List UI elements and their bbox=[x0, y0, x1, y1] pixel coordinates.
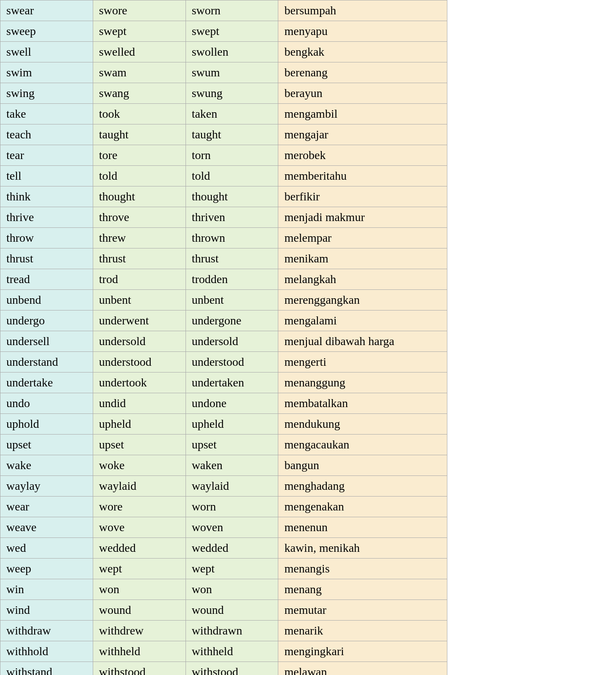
base-form: tell bbox=[0, 166, 93, 186]
past-tense: threw bbox=[93, 228, 186, 248]
base-form: win bbox=[0, 579, 93, 600]
past-tense: wore bbox=[93, 497, 186, 517]
meaning: menikam bbox=[278, 248, 447, 269]
table-row: undertakeundertookundertakenmenanggung bbox=[0, 373, 447, 393]
past-tense: thrust bbox=[93, 248, 186, 269]
past-participle: waken bbox=[186, 455, 278, 476]
base-form: wed bbox=[0, 538, 93, 559]
base-form: sweep bbox=[0, 21, 93, 42]
base-form: teach bbox=[0, 124, 93, 145]
meaning: merenggangkan bbox=[278, 290, 447, 310]
base-form: swim bbox=[0, 62, 93, 83]
past-participle: undertaken bbox=[186, 373, 278, 393]
past-participle: trodden bbox=[186, 269, 278, 290]
past-tense: understood bbox=[93, 352, 186, 373]
base-form: withhold bbox=[0, 641, 93, 662]
verb-table: swearsworeswornbersumpahsweepsweptsweptm… bbox=[0, 0, 447, 675]
base-form: weep bbox=[0, 559, 93, 579]
past-tense: undertook bbox=[93, 373, 186, 393]
meaning: menyapu bbox=[278, 21, 447, 42]
past-participle: thrust bbox=[186, 248, 278, 269]
past-participle: thought bbox=[186, 186, 278, 207]
past-tense: wedded bbox=[93, 538, 186, 559]
meaning: mengingkari bbox=[278, 641, 447, 662]
past-tense: wove bbox=[93, 517, 186, 538]
base-form: take bbox=[0, 104, 93, 124]
meaning: mengambil bbox=[278, 104, 447, 124]
base-form: withstand bbox=[0, 662, 93, 675]
meaning: menenun bbox=[278, 517, 447, 538]
meaning: memberitahu bbox=[278, 166, 447, 186]
table-row: winwonwonmenang bbox=[0, 579, 447, 600]
past-tense: swelled bbox=[93, 42, 186, 62]
table-row: undoundidundonemembatalkan bbox=[0, 393, 447, 414]
past-tense: waylaid bbox=[93, 476, 186, 497]
table-row: sweepsweptsweptmenyapu bbox=[0, 21, 447, 42]
past-participle: undersold bbox=[186, 331, 278, 352]
past-participle: waylaid bbox=[186, 476, 278, 497]
base-form: understand bbox=[0, 352, 93, 373]
past-tense: swore bbox=[93, 0, 186, 21]
base-form: tread bbox=[0, 269, 93, 290]
past-participle: upheld bbox=[186, 414, 278, 435]
table-row: taketooktakenmengambil bbox=[0, 104, 447, 124]
base-form: uphold bbox=[0, 414, 93, 435]
meaning: melawan bbox=[278, 662, 447, 675]
past-participle: sworn bbox=[186, 0, 278, 21]
meaning: membatalkan bbox=[278, 393, 447, 414]
meaning: berenang bbox=[278, 62, 447, 83]
table-row: understandunderstoodunderstoodmengerti bbox=[0, 352, 447, 373]
meaning: bengkak bbox=[278, 42, 447, 62]
meaning: berfikir bbox=[278, 186, 447, 207]
base-form: withdraw bbox=[0, 621, 93, 641]
base-form: swing bbox=[0, 83, 93, 104]
past-tense: upset bbox=[93, 435, 186, 455]
past-participle: swum bbox=[186, 62, 278, 83]
past-participle: wept bbox=[186, 559, 278, 579]
table-row: upholdupheldupheldmendukung bbox=[0, 414, 447, 435]
meaning: mengajar bbox=[278, 124, 447, 145]
past-participle: understood bbox=[186, 352, 278, 373]
past-participle: won bbox=[186, 579, 278, 600]
past-participle: torn bbox=[186, 145, 278, 166]
past-tense: tore bbox=[93, 145, 186, 166]
meaning: berayun bbox=[278, 83, 447, 104]
base-form: thrust bbox=[0, 248, 93, 269]
base-form: undersell bbox=[0, 331, 93, 352]
table-row: weepweptweptmenangis bbox=[0, 559, 447, 579]
past-tense: withstood bbox=[93, 662, 186, 675]
base-form: swell bbox=[0, 42, 93, 62]
base-form: upset bbox=[0, 435, 93, 455]
meaning: mengalami bbox=[278, 310, 447, 331]
table-row: weavewovewovenmenenun bbox=[0, 517, 447, 538]
table-row: upsetupsetupsetmengacaukan bbox=[0, 435, 447, 455]
table-row: swimswamswumberenang bbox=[0, 62, 447, 83]
meaning: mengenakan bbox=[278, 497, 447, 517]
meaning: mendukung bbox=[278, 414, 447, 435]
past-participle: upset bbox=[186, 435, 278, 455]
meaning: melempar bbox=[278, 228, 447, 248]
table-row: waylaywaylaidwaylaidmenghadang bbox=[0, 476, 447, 497]
table-row: wedweddedweddedkawin, menikah bbox=[0, 538, 447, 559]
base-form: swear bbox=[0, 0, 93, 21]
past-participle: withheld bbox=[186, 641, 278, 662]
base-form: undo bbox=[0, 393, 93, 414]
past-participle: swept bbox=[186, 21, 278, 42]
meaning: menghadang bbox=[278, 476, 447, 497]
meaning: bangun bbox=[278, 455, 447, 476]
table-row: thrivethrovethrivenmenjadi makmur bbox=[0, 207, 447, 228]
table-row: wearworewornmengenakan bbox=[0, 497, 447, 517]
table-row: wakewokewakenbangun bbox=[0, 455, 447, 476]
table-row: telltoldtoldmemberitahu bbox=[0, 166, 447, 186]
past-participle: unbent bbox=[186, 290, 278, 310]
meaning: mengacaukan bbox=[278, 435, 447, 455]
base-form: wear bbox=[0, 497, 93, 517]
meaning: menjadi makmur bbox=[278, 207, 447, 228]
past-tense: underwent bbox=[93, 310, 186, 331]
table-row: thinkthoughtthoughtberfikir bbox=[0, 186, 447, 207]
past-tense: swam bbox=[93, 62, 186, 83]
meaning: menarik bbox=[278, 621, 447, 641]
past-participle: worn bbox=[186, 497, 278, 517]
base-form: wind bbox=[0, 600, 93, 621]
base-form: waylay bbox=[0, 476, 93, 497]
